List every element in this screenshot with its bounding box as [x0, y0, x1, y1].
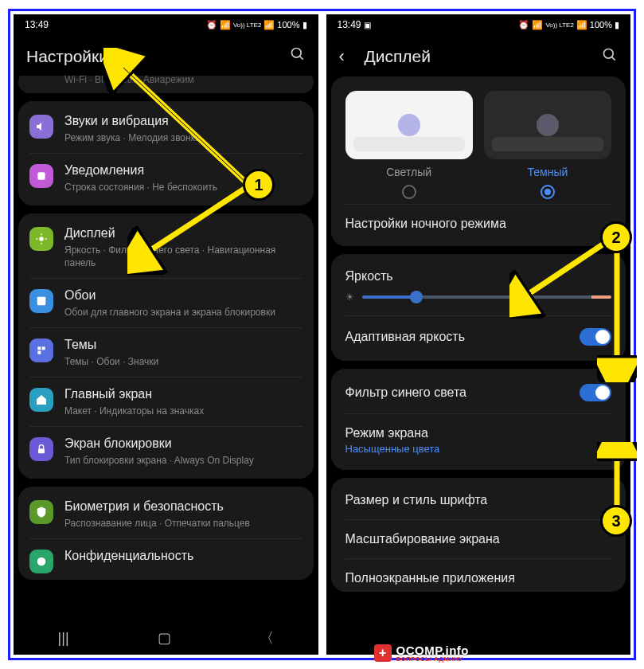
- battery-pct: 100%: [590, 20, 612, 29]
- card-bluelight: Фильтр синего света Режим экрана Насыщен…: [331, 369, 626, 470]
- bluelight-label: Фильтр синего света: [345, 385, 580, 400]
- wallpaper-icon: [29, 289, 53, 313]
- card-theme: Светлый Темный Настройки ночного режима: [331, 76, 626, 246]
- connections-subtext: Wi-Fi · Bluetooth · Авиарежим: [18, 76, 314, 90]
- row-title: Конфиденциальность: [64, 548, 302, 565]
- wifi-icon: 📶: [220, 20, 231, 30]
- bluelight-toggle[interactable]: [580, 384, 611, 401]
- battery-pct: 100%: [277, 20, 299, 29]
- sun-icon: ☀: [345, 291, 354, 303]
- search-icon[interactable]: [602, 47, 618, 67]
- theme-dark-label: Темный: [527, 166, 568, 178]
- row-fullscreen-apps[interactable]: Полноэкранные приложения: [331, 559, 626, 589]
- theme-light[interactable]: Светлый: [345, 91, 473, 199]
- row-subtitle: Тип блокировки экрана · Always On Displa…: [64, 454, 302, 467]
- row-title: Экран блокировки: [64, 436, 302, 452]
- brightness-slider[interactable]: [362, 295, 612, 299]
- page-title: Дисплей: [365, 47, 603, 66]
- svg-rect-2: [37, 172, 45, 179]
- row-adaptive-brightness[interactable]: Адаптивная яркость: [331, 316, 626, 358]
- row-title: Темы: [64, 337, 302, 354]
- card-display-group: Дисплей Яркость · Фильтр синего света · …: [18, 213, 314, 479]
- lock-icon: [29, 437, 53, 461]
- radio-dark[interactable]: [541, 185, 555, 199]
- svg-point-0: [291, 49, 301, 58]
- row-themes[interactable]: Темы Темы · Обои · Значки: [18, 328, 314, 377]
- theme-light-label: Светлый: [386, 166, 431, 178]
- screenmode-sub: Насыщенные цвета: [345, 443, 612, 455]
- themes-icon: [29, 338, 53, 362]
- display-icon: [29, 227, 53, 251]
- row-notifications[interactable]: Уведомления Строка состояния · Не беспок…: [18, 154, 314, 202]
- page-title: Настройки: [26, 47, 290, 66]
- adaptive-toggle[interactable]: [580, 328, 611, 346]
- screenmode-label: Режим экрана: [345, 426, 612, 440]
- status-icons: ⏰ 📶 Vo)) LTE2 📶 100% ▮: [206, 20, 307, 30]
- row-bluelight[interactable]: Фильтр синего света: [331, 372, 626, 413]
- status-time: 13:49: [338, 19, 361, 30]
- signal-icon: 📶: [576, 20, 587, 30]
- row-wallpaper[interactable]: Обои Обои для главного экрана и экрана б…: [18, 279, 314, 327]
- back-icon[interactable]: ‹: [339, 46, 357, 67]
- watermark: + OCOMP.info ВОПРОСЫ АДМИНУ: [374, 644, 469, 663]
- row-night-mode[interactable]: Настройки ночного режима: [331, 205, 626, 243]
- row-lockscreen[interactable]: Экран блокировки Тип блокировки экрана ·…: [18, 427, 314, 475]
- row-subtitle: Темы · Обои · Значки: [64, 355, 302, 368]
- row-subtitle: Яркость · Фильтр синего света · Навигаци…: [64, 244, 302, 269]
- phone-right: 13:49 ▣ ⏰ 📶 Vo)) LTE2 📶 100% ▮ ‹ Дисплей: [326, 14, 631, 655]
- row-title: Обои: [64, 288, 302, 304]
- svg-point-13: [37, 558, 46, 566]
- row-sound[interactable]: Звуки и вибрация Режим звука · Мелодия з…: [18, 104, 314, 153]
- card-security-group: Биометрия и безопасность Распознавание л…: [18, 487, 314, 580]
- status-time: 13:49: [25, 19, 206, 30]
- font-label: Размер и стиль шрифта: [345, 493, 612, 507]
- biometrics-icon: [29, 500, 53, 524]
- svg-rect-12: [38, 448, 45, 453]
- row-font-size[interactable]: Размер и стиль шрифта: [331, 481, 626, 519]
- theme-dark-preview: [484, 91, 611, 159]
- zoom-label: Масштабирование экрана: [345, 532, 612, 546]
- card-connections: Wi-Fi · Bluetooth · Авиарежим: [18, 76, 314, 93]
- theme-dark[interactable]: Темный: [484, 91, 611, 199]
- nav-bar: ||| ▢ 〈: [14, 621, 318, 655]
- row-biometrics[interactable]: Биометрия и безопасность Распознавание л…: [18, 490, 314, 538]
- svg-line-1: [299, 57, 302, 60]
- row-subtitle: Обои для главного экрана и экрана блокир…: [64, 306, 302, 319]
- sound-icon: [29, 115, 53, 139]
- nav-back[interactable]: 〈: [260, 628, 274, 647]
- row-homescreen[interactable]: Главный экран Макет · Индикаторы на знач…: [18, 378, 314, 426]
- battery-icon: ▮: [302, 20, 307, 30]
- header: ‹ Дисплей: [326, 35, 631, 76]
- row-screen-zoom[interactable]: Масштабирование экрана: [331, 520, 626, 558]
- row-subtitle: Распознавание лица · Отпечатки пальцев: [64, 517, 302, 530]
- nav-recent[interactable]: |||: [58, 630, 69, 647]
- row-brightness: Яркость: [331, 257, 626, 288]
- brightness-label: Яркость: [345, 269, 612, 284]
- signal-icon: 📶: [263, 20, 275, 30]
- home-icon: [29, 388, 53, 412]
- svg-rect-9: [37, 346, 41, 350]
- card-font-zoom: Размер и стиль шрифта Масштабирование эк…: [331, 478, 626, 592]
- night-mode-label: Настройки ночного режима: [345, 217, 612, 231]
- radio-light[interactable]: [402, 185, 416, 199]
- privacy-icon: [29, 550, 53, 573]
- row-title: Уведомления: [64, 162, 302, 179]
- row-title: Звуки и вибрация: [64, 113, 302, 130]
- battery-icon: ▮: [615, 20, 619, 30]
- notification-icon: [29, 164, 53, 188]
- svg-line-15: [612, 57, 615, 60]
- watermark-badge: +: [374, 644, 392, 662]
- card-sound-notif: Звуки и вибрация Режим звука · Мелодия з…: [18, 101, 314, 205]
- row-display[interactable]: Дисплей Яркость · Фильтр синего света · …: [18, 217, 314, 278]
- row-screen-mode[interactable]: Режим экрана Насыщенные цвета: [331, 414, 626, 467]
- theme-light-preview: [345, 91, 473, 159]
- search-icon[interactable]: [290, 46, 306, 66]
- row-privacy[interactable]: Конфиденциальность: [18, 539, 314, 577]
- row-title: Дисплей: [64, 225, 302, 242]
- svg-rect-10: [42, 346, 45, 350]
- nav-home[interactable]: ▢: [158, 629, 171, 647]
- wifi-icon: 📶: [532, 20, 543, 30]
- alarm-icon: ⏰: [206, 20, 217, 30]
- svg-rect-11: [37, 351, 41, 354]
- phone-left: 13:49 ⏰ 📶 Vo)) LTE2 📶 100% ▮ Настройки W…: [14, 14, 318, 655]
